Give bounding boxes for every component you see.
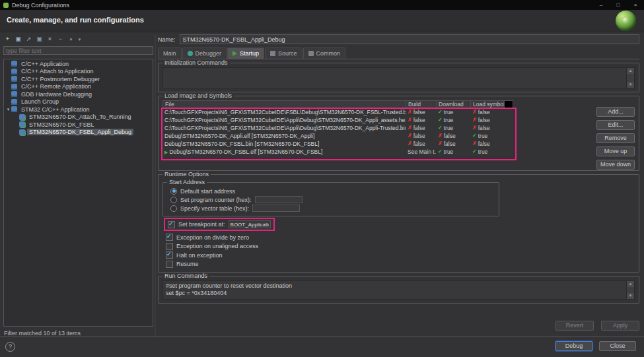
false-icon bbox=[408, 133, 412, 139]
tab-source[interactable]: Source bbox=[265, 48, 303, 59]
table-row[interactable]: Debug\STM32N6570-DK_FSBL.bin [STM32N6570… bbox=[162, 140, 513, 148]
checkbox-unchecked[interactable] bbox=[166, 243, 173, 250]
configuration-detail-panel: Name: MainDebuggerStartupSourceCommon In… bbox=[158, 34, 639, 331]
false-icon bbox=[408, 141, 412, 146]
config-tree[interactable]: C/C++ ApplicationC/C++ Attach to Applica… bbox=[3, 59, 153, 327]
table-row[interactable]: Debug\STM32N6570-DK_Appli.elf [STM32N657… bbox=[162, 132, 513, 140]
dialog-header-title: Create, manage, and run configurations bbox=[7, 16, 144, 24]
export-configurations-icon[interactable] bbox=[24, 35, 33, 44]
new-configuration-icon[interactable] bbox=[3, 35, 12, 44]
column-header[interactable]: Build bbox=[406, 101, 437, 108]
new-prototype-icon[interactable] bbox=[14, 35, 22, 44]
breakpoint-symbol-input[interactable] bbox=[229, 220, 271, 228]
false-icon bbox=[472, 117, 477, 123]
tree-item-label: GDB Hardware Debugging bbox=[19, 91, 94, 98]
run-indicator-icon bbox=[164, 148, 168, 156]
scroll-down-icon[interactable] bbox=[627, 293, 634, 299]
checkbox-checked[interactable] bbox=[166, 234, 173, 241]
tree-item[interactable]: GDB Hardware Debugging bbox=[4, 90, 153, 98]
tree-item[interactable]: C/C++ Application bbox=[4, 60, 153, 68]
tree-item[interactable]: C/C++ Postmortem Debugger bbox=[4, 75, 153, 83]
tree-item-label: STM32N6570-DK_Attach_To_Running bbox=[27, 114, 133, 120]
scroll-down-icon[interactable] bbox=[627, 82, 634, 88]
start-address-options: Default start addressSet program counter… bbox=[167, 187, 495, 212]
dropdown-arrow-icon[interactable] bbox=[77, 35, 82, 44]
minimize-icon[interactable] bbox=[592, 0, 610, 10]
tree-item[interactable]: STM32N6570-DK_FSBL_Appli_Debug bbox=[4, 129, 153, 137]
edit-button[interactable]: Edit... bbox=[596, 120, 635, 130]
apply-button[interactable]: Apply bbox=[601, 321, 639, 331]
run-commands-scrollbar[interactable] bbox=[626, 281, 634, 299]
cell-text: true bbox=[444, 125, 454, 132]
help-icon[interactable] bbox=[5, 342, 15, 352]
move-down-button[interactable]: Move down bbox=[596, 160, 635, 170]
load-symbol-cell: false bbox=[470, 108, 504, 116]
panel-sash[interactable] bbox=[155, 34, 156, 337]
cell-text: See Main t... bbox=[408, 148, 436, 156]
delete-configuration-icon[interactable] bbox=[46, 35, 54, 44]
true-icon bbox=[438, 117, 443, 123]
load-symbol-cell: true bbox=[470, 132, 504, 140]
tree-item[interactable]: ▾STM32 C/C++ Application bbox=[4, 106, 153, 114]
maximize-icon[interactable] bbox=[610, 0, 627, 10]
start-address-option: Default start address bbox=[167, 187, 495, 195]
load-image-symbols-group: Load Image and Symbols FileBuildDownload… bbox=[158, 92, 639, 171]
file-cell: Debug\STM32N6570-DK_FSBL.bin [STM32N6570… bbox=[162, 140, 406, 148]
collapse-all-icon[interactable] bbox=[56, 35, 65, 44]
download-cell: true bbox=[436, 116, 470, 124]
scroll-up-icon[interactable] bbox=[627, 281, 634, 287]
hex-input[interactable] bbox=[255, 196, 303, 203]
column-header[interactable]: File bbox=[163, 101, 406, 108]
add-button[interactable]: Add... bbox=[596, 107, 635, 117]
filter-icon[interactable] bbox=[67, 35, 75, 44]
table-row[interactable]: Debug\STM32N6570-DK_FSBL.elf [STM32N6570… bbox=[162, 148, 513, 156]
move-up-button[interactable]: Move up bbox=[596, 146, 635, 156]
tab-main[interactable]: Main bbox=[158, 48, 182, 59]
tab-startup[interactable]: Startup bbox=[227, 48, 264, 59]
checkbox-unchecked[interactable] bbox=[166, 261, 173, 268]
name-input[interactable] bbox=[180, 34, 639, 44]
table-row[interactable]: C:\TouchGFXProjects\N6_GFX\STM32CubeIDE\… bbox=[162, 116, 513, 124]
table-row[interactable]: C:\TouchGFXProjects\N6_GFX\STM32CubeIDE\… bbox=[162, 124, 513, 132]
filter-input[interactable] bbox=[3, 46, 153, 55]
expanded-arrow-icon[interactable]: ▾ bbox=[5, 107, 11, 112]
close-button[interactable]: Close bbox=[599, 341, 636, 351]
init-commands-scrollbar[interactable] bbox=[626, 68, 634, 88]
duplicate-configuration-icon[interactable] bbox=[35, 35, 44, 44]
file-path: Debug\STM32N6570-DK_FSBL.bin [STM32N6570… bbox=[164, 141, 319, 148]
column-header[interactable]: Download bbox=[437, 101, 471, 108]
table-header: FileBuildDownloadLoad symbol bbox=[162, 100, 513, 108]
row-filler bbox=[504, 116, 512, 124]
row-filler bbox=[504, 108, 512, 116]
tree-item[interactable]: Launch Group bbox=[4, 98, 153, 106]
close-icon[interactable] bbox=[627, 0, 644, 10]
column-header[interactable]: Load symbol bbox=[471, 101, 505, 108]
tree-item[interactable]: STM32N6570-DK_FSBL bbox=[4, 121, 153, 129]
checkbox-checked[interactable] bbox=[168, 221, 175, 228]
radio-unselected[interactable] bbox=[170, 197, 177, 203]
hex-input[interactable] bbox=[252, 205, 300, 212]
debug-button[interactable]: Debug bbox=[555, 341, 592, 351]
tab-common[interactable]: Common bbox=[303, 48, 346, 59]
initialization-commands-title: Initialization Commands bbox=[162, 59, 230, 66]
cell-text: false bbox=[444, 133, 456, 140]
initialization-commands-input[interactable] bbox=[162, 67, 635, 88]
radio-unselected[interactable] bbox=[170, 205, 177, 212]
file-path: C:\TouchGFXProjects\N6_GFX\STM32CubeIDE\… bbox=[164, 117, 406, 124]
tree-item[interactable]: C/C++ Remote Application bbox=[4, 83, 153, 91]
checkbox-checked[interactable] bbox=[166, 251, 173, 259]
run-commands-input[interactable]: #set program counter to reset vector des… bbox=[162, 280, 635, 300]
revert-button[interactable]: Revert bbox=[555, 321, 594, 331]
file-cell: C:\TouchGFXProjects\N6_GFX\STM32CubeIDE\… bbox=[162, 108, 406, 116]
tab-label: Source bbox=[278, 50, 297, 57]
tree-item[interactable]: C/C++ Attach to Application bbox=[4, 68, 153, 76]
load-image-symbols-title: Load Image and Symbols bbox=[162, 92, 234, 99]
load-symbol-cell: true bbox=[470, 148, 504, 156]
remove-button[interactable]: Remove bbox=[596, 133, 635, 143]
scroll-up-icon[interactable] bbox=[627, 68, 634, 74]
table-row[interactable]: C:\TouchGFXProjects\N6_GFX\STM32CubeIDE\… bbox=[162, 108, 513, 116]
tree-item[interactable]: STM32N6570-DK_Attach_To_Running bbox=[4, 114, 153, 121]
radio-selected[interactable] bbox=[170, 188, 177, 195]
tab-debugger[interactable]: Debugger bbox=[182, 48, 227, 59]
false-icon bbox=[408, 125, 412, 131]
